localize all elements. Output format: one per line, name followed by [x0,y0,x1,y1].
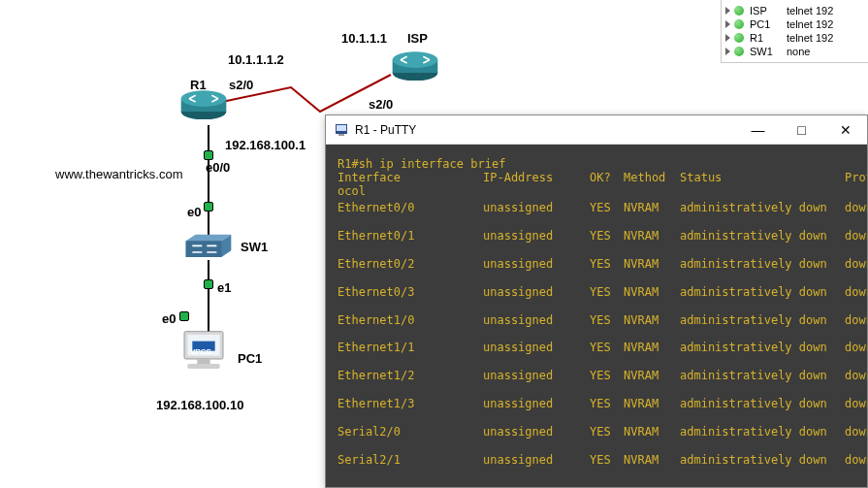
putty-window[interactable]: R1 - PuTTY — □ ✕ R1#sh ip interface brie… [325,114,868,488]
r1-lan-ip: 192.168.100.1 [225,138,305,152]
svg-rect-12 [187,364,219,369]
status-dot-icon [734,19,744,29]
watermark: www.thewantricks.com [55,167,182,181]
r1-label: R1 [190,78,207,92]
device-row[interactable]: PC1 telnet 192 [723,17,866,31]
isp-ip-label: 10.1.1.1 [341,31,387,46]
device-name: R1 [750,32,787,44]
status-dot-icon [734,47,744,56]
device-name: SW1 [750,46,787,57]
maximize-button[interactable]: □ [780,115,823,145]
isp-label: ISP [407,31,428,46]
device-row[interactable]: SW1 none [723,45,866,58]
pc1-port: e0 [162,311,176,326]
sw1-up-port: e0 [187,205,201,219]
status-dot-icon [734,6,744,16]
vpcs-badge: VPCS [190,347,211,356]
svg-rect-15 [338,134,344,136]
device-conn: telnet 192 [787,18,833,30]
expand-icon[interactable] [725,48,730,55]
svg-point-4 [393,51,438,68]
device-conn: telnet 192 [787,5,833,16]
expand-icon[interactable] [725,34,730,42]
svg-rect-11 [197,359,209,364]
expand-icon[interactable] [725,20,730,28]
terminal-row: Ethernet0/2unassignedYESNVRAMadministrat… [338,258,855,272]
terminal-prompt: R1#sh ip interface brief [338,158,855,172]
sw1-bottom-dot [204,279,213,289]
pc1-label: PC1 [238,351,262,366]
terminal-header-wrap: ocol [338,185,855,199]
putty-icon [334,122,349,138]
device-conn: none [787,46,810,57]
device-panel: ISP telnet 192 PC1 telnet 192 R1 telnet … [721,0,868,63]
r1-link-dot [204,150,213,160]
svg-rect-14 [337,125,346,131]
r1-serial-ip: 10.1.1.1.2 [228,52,284,67]
minimize-button[interactable]: — [736,115,780,145]
terminal-row: Serial2/0unassignedYESNVRAMadministrativ… [338,426,855,439]
r1-eth-port: e0/0 [206,160,230,175]
r1-serial-port: s2/0 [229,78,253,92]
terminal-row: Ethernet0/0unassignedYESNVRAMadministrat… [338,202,855,215]
putty-title: R1 - PuTTY [355,123,416,137]
sw1-label: SW1 [241,240,268,254]
terminal-row: Serial2/1unassignedYESNVRAMadministrativ… [338,454,855,468]
pc1-link-dot [179,311,189,321]
device-name: PC1 [750,18,787,30]
switch-sw1[interactable] [184,233,233,262]
terminal-row: Ethernet1/2unassignedYESNVRAMadministrat… [338,370,855,383]
sw1-down-port: e1 [217,280,231,295]
pc1-ip: 192.168.100.10 [156,398,243,412]
device-row[interactable]: ISP telnet 192 [723,4,866,17]
svg-point-7 [181,90,227,107]
expand-icon[interactable] [725,7,730,15]
terminal-row: Ethernet1/0unassignedYESNVRAMadministrat… [338,314,855,328]
terminal-row: Ethernet1/1unassignedYESNVRAMadministrat… [338,342,855,355]
device-name: ISP [750,5,787,16]
device-row[interactable]: R1 telnet 192 [723,31,866,45]
isp-serial-port: s2/0 [369,97,393,112]
terminal-row: Ethernet0/1unassignedYESNVRAMadministrat… [338,230,855,244]
status-dot-icon [734,33,744,43]
putty-titlebar[interactable]: R1 - PuTTY — □ ✕ [326,115,867,145]
device-conn: telnet 192 [787,32,833,44]
terminal-header: Interface IP-Address OK? Method Status P… [338,172,855,185]
router-isp[interactable] [391,49,439,81]
sw1-top-dot [204,202,213,211]
terminal-output[interactable]: R1#sh ip interface brief Interface IP-Ad… [326,145,867,487]
terminal-row: Ethernet1/3unassignedYESNVRAMadministrat… [338,398,855,411]
close-button[interactable]: ✕ [823,115,867,145]
terminal-row: Ethernet0/3unassignedYESNVRAMadministrat… [338,286,855,300]
